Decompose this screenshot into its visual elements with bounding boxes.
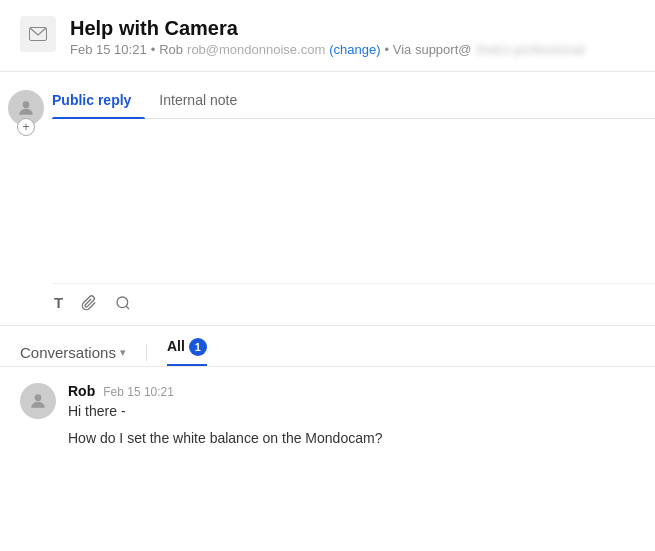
messages-section: Rob Feb 15 10:21 Hi there - How do I set… xyxy=(0,367,655,449)
email-icon xyxy=(20,16,56,52)
text-icon: T xyxy=(54,294,63,311)
filter-tabs: All1 xyxy=(147,338,207,366)
message-item: Rob Feb 15 10:21 Hi there - How do I set… xyxy=(20,383,635,449)
conversations-label[interactable]: Conversations ▾ xyxy=(20,344,147,361)
meta-via: • Via support@ xyxy=(385,42,472,57)
message-sender: Rob xyxy=(68,383,95,399)
tab-public-reply[interactable]: Public reply xyxy=(52,86,145,118)
reply-tabs: Public reply Internal note xyxy=(52,86,655,119)
reply-avatar-container: + xyxy=(0,86,52,325)
message-text: Hi there - How do I set the white balanc… xyxy=(68,401,382,449)
reply-editor-input[interactable] xyxy=(52,119,655,279)
conversations-text: Conversations xyxy=(20,344,116,361)
tab-internal-note[interactable]: Internal note xyxy=(159,86,251,118)
header-meta: Feb 15 10:21 • Rob rob@mondonnoise.com (… xyxy=(70,42,585,57)
svg-point-2 xyxy=(117,297,128,308)
change-link[interactable]: (change) xyxy=(329,42,380,57)
meta-bullet: • xyxy=(151,42,156,57)
conversations-header: Conversations ▾ All1 xyxy=(20,338,635,366)
search-button[interactable] xyxy=(113,293,133,313)
meta-date: Feb 15 10:21 xyxy=(70,42,147,57)
message-content: Rob Feb 15 10:21 Hi there - How do I set… xyxy=(68,383,382,449)
message-time: Feb 15 10:21 xyxy=(103,385,174,399)
all-badge: 1 xyxy=(189,338,207,356)
message-line-1: Hi there - xyxy=(68,401,382,422)
reply-area: + Public reply Internal note T xyxy=(0,72,655,326)
meta-from: Rob xyxy=(159,42,183,57)
reply-editor-area: Public reply Internal note T xyxy=(52,86,655,325)
page-title: Help with Camera xyxy=(70,16,585,40)
email-header: Help with Camera Feb 15 10:21 • Rob rob@… xyxy=(0,0,655,72)
message-line-2: How do I set the white balance on the Mo… xyxy=(68,428,382,449)
attach-button[interactable] xyxy=(79,293,99,313)
message-header: Rob Feb 15 10:21 xyxy=(68,383,382,399)
meta-email: rob@mondonnoise.com xyxy=(187,42,325,57)
header-info: Help with Camera Feb 15 10:21 • Rob rob@… xyxy=(70,16,585,57)
sender-avatar xyxy=(20,383,56,419)
text-format-button[interactable]: T xyxy=(52,292,65,313)
meta-via-suffix: 3ndcc-professional xyxy=(475,42,584,57)
chevron-down-icon: ▾ xyxy=(120,346,126,359)
svg-point-1 xyxy=(23,101,30,108)
add-participant-button[interactable]: + xyxy=(17,118,35,136)
conversations-section: Conversations ▾ All1 xyxy=(0,326,655,367)
filter-tab-all[interactable]: All1 xyxy=(167,338,207,366)
svg-point-3 xyxy=(35,395,42,402)
editor-toolbar: T xyxy=(52,283,655,325)
